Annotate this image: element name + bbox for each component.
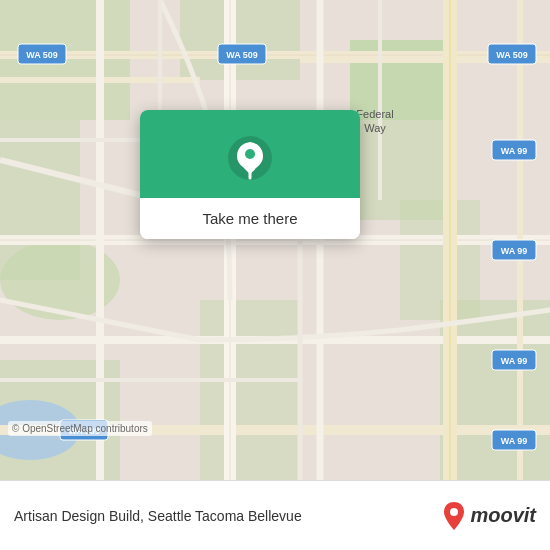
svg-text:WA 509: WA 509: [496, 50, 528, 60]
map-container: WA 509 WA 509 WA 509 WA 99 WA 99 WA 99 W…: [0, 0, 550, 480]
moovit-pin-icon: [442, 502, 466, 530]
map-attribution: © OpenStreetMap contributors: [8, 421, 152, 436]
svg-text:WA 99: WA 99: [501, 356, 528, 366]
svg-rect-9: [200, 300, 300, 480]
svg-rect-4: [180, 0, 300, 80]
location-popup: Take me there: [140, 110, 360, 239]
map-svg: WA 509 WA 509 WA 509 WA 99 WA 99 WA 99 W…: [0, 0, 550, 480]
svg-text:Federal: Federal: [356, 108, 393, 120]
svg-point-53: [245, 149, 255, 159]
take-me-there-button[interactable]: Take me there: [140, 198, 360, 239]
bottom-bar: Artisan Design Build, Seattle Tacoma Bel…: [0, 480, 550, 550]
place-name: Artisan Design Build, Seattle Tacoma Bel…: [14, 508, 442, 524]
popup-header: [140, 110, 360, 198]
moovit-brand-text: moovit: [470, 504, 536, 527]
location-pin-icon: [226, 134, 274, 182]
svg-text:WA 509: WA 509: [226, 50, 258, 60]
svg-text:WA 509: WA 509: [26, 50, 58, 60]
svg-text:Way: Way: [364, 122, 386, 134]
moovit-logo: moovit: [442, 502, 536, 530]
svg-point-54: [450, 508, 458, 516]
svg-text:WA 99: WA 99: [501, 436, 528, 446]
svg-text:WA 99: WA 99: [501, 246, 528, 256]
svg-text:WA 99: WA 99: [501, 146, 528, 156]
